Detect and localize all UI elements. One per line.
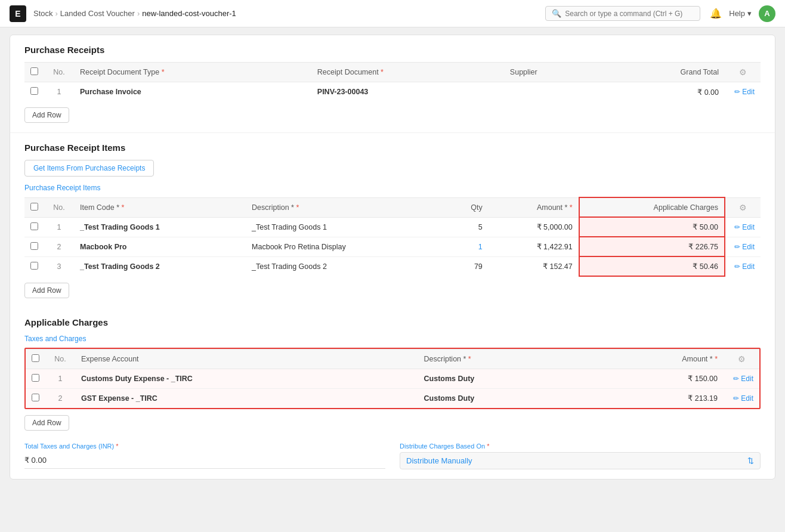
col-amount: Amount *	[489, 197, 579, 217]
edit-link[interactable]: ✏ Edit	[733, 375, 753, 383]
col-receipt-doc-type: Receipt Document Type	[74, 63, 311, 82]
distribute-value: Distribute Manually	[406, 456, 472, 465]
row-applicable-charges: ₹ 226.75	[579, 237, 725, 256]
chevron-down-icon: ▾	[747, 9, 752, 18]
row-no: 1	[44, 217, 74, 237]
add-row-button[interactable]: Add Row	[24, 283, 69, 298]
pri-subtitle: Purchase Receipt Items	[24, 184, 761, 192]
row-no: 1	[44, 82, 74, 102]
row-checkbox[interactable]	[30, 262, 38, 270]
chevron-icon: ⇅	[747, 456, 754, 465]
edit-link[interactable]: ✏ Edit	[734, 223, 755, 231]
row-grand-total: ₹ 0.00	[601, 82, 725, 102]
col-gear: ⚙	[725, 63, 761, 82]
edit-link[interactable]: ✏ Edit	[734, 262, 755, 271]
row-checkbox[interactable]	[32, 394, 39, 401]
total-taxes-field: Total Taxes and Charges (INR) ₹ 0.00	[24, 443, 385, 469]
breadcrumb-stock[interactable]: Stock	[33, 9, 53, 18]
col-gear: ⚙	[725, 197, 761, 217]
row-checkbox[interactable]	[30, 222, 38, 230]
distribute-select[interactable]: Distribute Manually ⇅	[400, 452, 761, 469]
row-receipt-doc: PINV-23-00043	[311, 82, 504, 102]
search-icon: 🔍	[552, 9, 561, 18]
purchase-receipt-items-section: Purchase Receipt Items Get Items From Pu…	[10, 133, 775, 308]
purchase-receipts-table: No. Receipt Document Type Receipt Docume…	[24, 62, 761, 101]
row-expense-account: Customs Duty Expense - _TIRC	[75, 369, 418, 388]
gear-icon[interactable]: ⚙	[739, 203, 747, 212]
purchase-receipt-items-table: No. Item Code * Description * Qty Amount…	[24, 197, 761, 277]
avatar[interactable]: A	[759, 5, 775, 22]
table-row: 2 GST Expense - _TIRC Customs Duty ₹ 213…	[26, 388, 759, 408]
col-receipt-doc: Receipt Document	[311, 63, 504, 82]
row-description: Customs Duty	[418, 388, 592, 408]
col-applicable-charges: Applicable Charges	[579, 197, 725, 217]
search-input[interactable]	[565, 10, 694, 18]
gear-icon[interactable]: ⚙	[739, 67, 747, 77]
row-qty: 5	[444, 217, 489, 237]
col-qty: Qty	[444, 197, 489, 217]
row-checkbox[interactable]	[30, 242, 38, 250]
footer-section: Total Taxes and Charges (INR) ₹ 0.00 Dis…	[10, 433, 775, 479]
row-checkbox[interactable]	[32, 374, 39, 382]
breadcrumb-sep-1: ›	[55, 9, 58, 18]
applicable-charges-section: Applicable Charges Taxes and Charges No.…	[10, 308, 775, 433]
add-row-button[interactable]: Add Row	[24, 415, 69, 431]
add-row-button[interactable]: Add Row	[24, 107, 69, 123]
row-qty: 1	[444, 237, 489, 256]
breadcrumb-sep-2: ›	[137, 9, 140, 18]
select-all-checkbox[interactable]	[32, 354, 39, 362]
applicable-charges-table: No. Expense Account Description * Amount…	[26, 349, 759, 408]
row-description: Macbook Pro Retina Display	[246, 237, 444, 256]
topnav: E Stock › Landed Cost Voucher › new-land…	[0, 0, 785, 27]
col-amount: Amount *	[591, 349, 724, 369]
main-content: Purchase Receipts No. Receipt Document T…	[10, 35, 775, 480]
edit-link[interactable]: ✏ Edit	[734, 243, 755, 251]
col-expense-account: Expense Account	[75, 349, 418, 369]
row-item-code: _Test Trading Goods 2	[74, 256, 246, 276]
applicable-charges-table-wrapper: No. Expense Account Description * Amount…	[24, 348, 761, 409]
breadcrumb: Stock › Landed Cost Voucher › new-landed…	[33, 9, 236, 18]
edit-link[interactable]: ✏ Edit	[733, 394, 753, 403]
help-button[interactable]: Help ▾	[729, 9, 752, 18]
col-gear: ⚙	[724, 349, 759, 369]
breadcrumb-landed-cost[interactable]: Landed Cost Voucher	[60, 9, 135, 18]
gear-icon[interactable]: ⚙	[738, 354, 746, 364]
row-item-code: _Test Trading Goods 1	[74, 217, 246, 237]
select-all-checkbox[interactable]	[30, 67, 38, 75]
col-no: No.	[45, 349, 75, 369]
row-amount: ₹ 152.47	[489, 256, 579, 276]
row-amount: ₹ 213.19	[591, 388, 724, 408]
row-description: _Test Trading Goods 2	[246, 256, 444, 276]
row-description: Customs Duty	[418, 369, 592, 388]
col-grand-total: Grand Total	[601, 63, 725, 82]
row-checkbox[interactable]	[30, 87, 38, 95]
row-no: 2	[44, 237, 74, 256]
col-checkbox	[24, 63, 44, 82]
breadcrumb-current: new-landed-cost-voucher-1	[142, 9, 236, 18]
notification-icon[interactable]: 🔔	[710, 8, 722, 19]
row-description: _Test Trading Goods 1	[246, 217, 444, 237]
col-description: Description *	[418, 349, 592, 369]
table-row: 1 Customs Duty Expense - _TIRC Customs D…	[26, 369, 759, 388]
col-supplier: Supplier	[504, 63, 601, 82]
row-amount: ₹ 1,422.91	[489, 237, 579, 256]
total-taxes-value: ₹ 0.00	[24, 452, 385, 469]
distribute-charges-field: Distribute Charges Based On Distribute M…	[400, 443, 761, 469]
col-item-code: Item Code *	[74, 197, 246, 217]
col-checkbox	[26, 349, 45, 369]
col-no: No.	[44, 197, 74, 217]
get-items-button[interactable]: Get Items From Purchase Receipts	[24, 160, 154, 177]
nav-icons: 🔔 Help ▾ A	[710, 5, 775, 22]
row-applicable-charges: ₹ 50.00	[579, 217, 725, 237]
table-row: 1 _Test Trading Goods 1 _Test Trading Go…	[24, 217, 761, 237]
search-box[interactable]: 🔍	[545, 6, 700, 21]
row-qty: 79	[444, 256, 489, 276]
table-row: 3 _Test Trading Goods 2 _Test Trading Go…	[24, 256, 761, 276]
select-all-checkbox[interactable]	[30, 203, 38, 211]
row-supplier	[504, 82, 601, 102]
ac-section-title: Applicable Charges	[24, 317, 761, 327]
distribute-label: Distribute Charges Based On	[400, 443, 761, 450]
row-amount: ₹ 150.00	[591, 369, 724, 388]
edit-link[interactable]: ✏ Edit	[734, 88, 755, 96]
total-taxes-label: Total Taxes and Charges (INR)	[24, 443, 385, 450]
